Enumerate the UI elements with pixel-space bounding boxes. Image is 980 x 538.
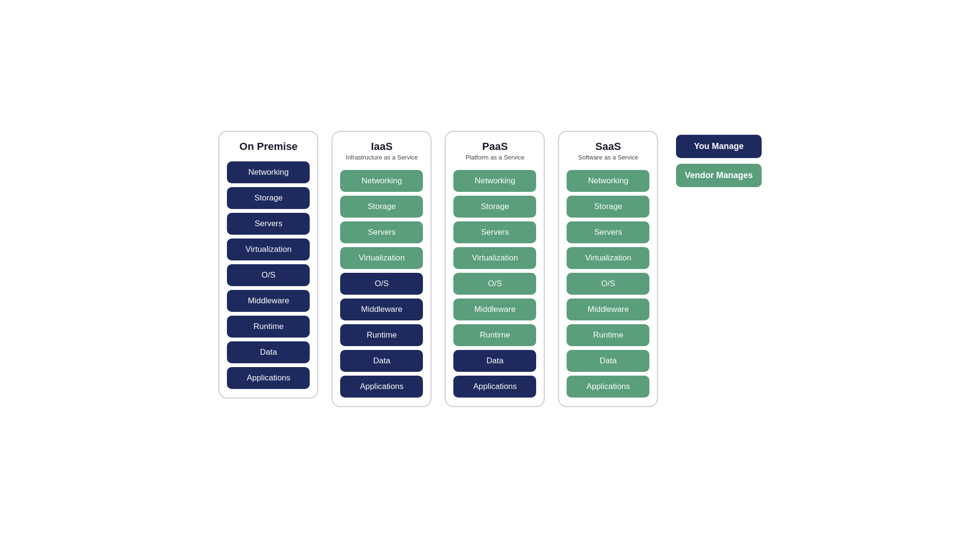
paas-item-4: O/S (453, 273, 536, 295)
paas-item-3: Virtualization (453, 247, 536, 269)
iaas-item-7: Data (340, 350, 423, 372)
on-premise-item-6: Runtime (227, 316, 310, 338)
on-premise-item-5: Middleware (227, 290, 310, 312)
on-premise-item-2: Servers (227, 213, 310, 235)
saas-item-4: O/S (567, 273, 649, 295)
saas-item-1: Storage (567, 196, 649, 218)
iaas-item-5: Middleware (340, 299, 423, 320)
saas-title: SaaS (578, 140, 638, 153)
iaas-item-2: Servers (340, 221, 423, 243)
paas-item-7: Data (453, 350, 536, 372)
on-premise-title: On Premise (239, 140, 297, 153)
legend-you-manage: You Manage (676, 135, 761, 158)
legend-container: You Manage Vendor Manages (676, 135, 761, 187)
iaas-item-3: Virtualization (340, 247, 423, 269)
paas-item-8: Applications (453, 376, 536, 398)
paas-title: PaaS (466, 140, 525, 153)
paas-item-0: Networking (453, 170, 536, 192)
on-premise-item-0: Networking (227, 161, 310, 183)
saas-item-0: Networking (567, 170, 649, 192)
saas-item-8: Applications (567, 376, 649, 398)
iaas-item-6: Runtime (340, 324, 423, 346)
on-premise-item-4: O/S (227, 264, 310, 286)
column-paas: PaaSPlatform as a ServiceNetworkingStora… (445, 131, 545, 408)
legend-you-manage-label: You Manage (694, 141, 744, 151)
paas-header: PaaSPlatform as a Service (466, 140, 525, 162)
on-premise-item-1: Storage (227, 187, 310, 209)
saas-item-5: Middleware (567, 299, 649, 320)
paas-item-6: Runtime (453, 324, 536, 346)
saas-item-7: Data (567, 350, 649, 372)
on-premise-header: On Premise (239, 140, 297, 153)
iaas-item-8: Applications (340, 376, 423, 398)
saas-item-6: Runtime (567, 324, 649, 346)
column-saas: SaaSSoftware as a ServiceNetworkingStora… (558, 131, 658, 408)
iaas-subtitle: Infrastructure as a Service (346, 154, 418, 162)
saas-subtitle: Software as a Service (578, 154, 638, 162)
on-premise-item-8: Applications (227, 367, 310, 389)
column-on-premise: On PremiseNetworkingStorageServersVirtua… (218, 131, 318, 399)
iaas-item-0: Networking (340, 170, 423, 192)
on-premise-item-3: Virtualization (227, 239, 310, 260)
iaas-item-1: Storage (340, 196, 423, 218)
iaas-item-4: O/S (340, 273, 423, 295)
on-premise-item-7: Data (227, 341, 310, 363)
iaas-header: IaaSInfrastructure as a Service (346, 140, 418, 162)
paas-item-1: Storage (453, 196, 536, 218)
iaas-title: IaaS (346, 140, 418, 153)
legend-vendor-manages: Vendor Manages (676, 164, 761, 187)
paas-subtitle: Platform as a Service (466, 154, 525, 162)
saas-item-3: Virtualization (567, 247, 649, 269)
saas-header: SaaSSoftware as a Service (578, 140, 638, 162)
legend-vendor-manages-label: Vendor Manages (685, 170, 753, 180)
saas-item-2: Servers (567, 221, 649, 243)
column-iaas: IaaSInfrastructure as a ServiceNetworkin… (332, 131, 431, 408)
paas-item-5: Middleware (453, 299, 536, 320)
paas-item-2: Servers (453, 221, 536, 243)
main-container: On PremiseNetworkingStorageServersVirtua… (218, 131, 761, 408)
